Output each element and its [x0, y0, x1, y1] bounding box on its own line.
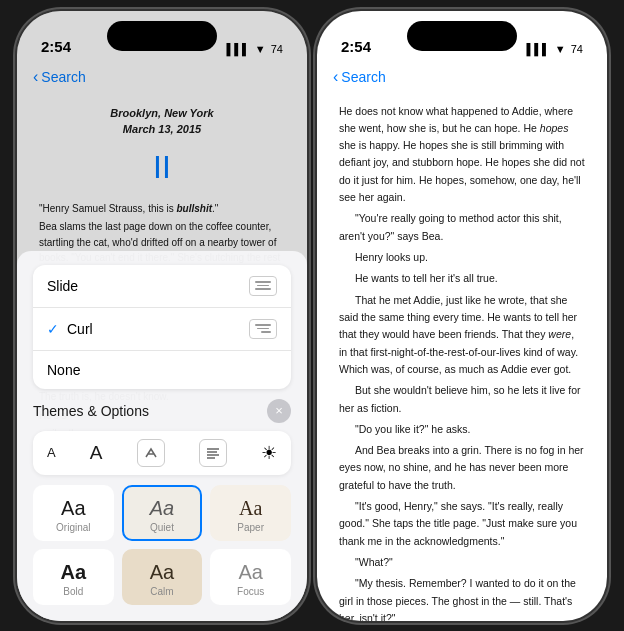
slide-option-none-label: None	[47, 362, 80, 378]
slide-option-slide[interactable]: Slide	[33, 265, 291, 308]
theme-quiet-name: Quiet	[150, 522, 174, 533]
theme-focus-label: Aa	[238, 561, 262, 584]
theme-focus[interactable]: Aa Focus	[210, 549, 291, 605]
status-bar-right: 2:54 ▌▌▌ ▼ 74	[317, 11, 607, 59]
reading-content: He does not know what happened to Addie,…	[317, 95, 607, 621]
text-align-icon[interactable]	[199, 439, 227, 467]
theme-bold-name: Bold	[63, 586, 83, 597]
themes-header: Themes & Options ×	[33, 399, 291, 423]
brightness-icon[interactable]: ☀	[261, 442, 277, 464]
right-phone: 2:54 ▌▌▌ ▼ 74 ‹ Search He does not know …	[317, 11, 607, 621]
nav-bar-right: ‹ Search	[317, 59, 607, 95]
status-time-left: 2:54	[41, 38, 71, 55]
theme-calm-label: Aa	[150, 561, 174, 584]
themes-grid: Aa Original Aa Quiet Aa Paper Aa Bold Aa	[33, 485, 291, 605]
check-icon: ✓	[47, 321, 59, 337]
theme-paper[interactable]: Aa Paper	[210, 485, 291, 541]
wifi-icon: ▼	[255, 43, 266, 55]
slide-option-none[interactable]: None	[33, 351, 291, 389]
left-phone: 2:54 ▌▌▌ ▼ 74 ‹ Search Brooklyn, New Yor…	[17, 11, 307, 621]
status-time-right: 2:54	[341, 38, 371, 55]
theme-paper-name: Paper	[237, 522, 264, 533]
theme-calm[interactable]: Aa Calm	[122, 549, 203, 605]
theme-original-label: Aa	[61, 497, 85, 520]
overlay-panel: Slide ✓ Curl	[17, 251, 307, 621]
slide-option-slide-icon	[249, 276, 277, 296]
signal-icon: ▌▌▌	[226, 43, 249, 55]
back-arrow-icon-right: ‹	[333, 68, 338, 86]
theme-focus-name: Focus	[237, 586, 264, 597]
theme-paper-label: Aa	[239, 497, 262, 520]
themes-title: Themes & Options	[33, 403, 149, 419]
battery-label-right: 74	[571, 43, 583, 55]
font-icon[interactable]	[137, 439, 165, 467]
theme-calm-name: Calm	[150, 586, 173, 597]
wifi-icon-right: ▼	[555, 43, 566, 55]
font-size-increase[interactable]: A	[90, 442, 103, 464]
theme-bold-label: Aa	[61, 561, 87, 584]
font-controls: A A ☀	[33, 431, 291, 475]
theme-quiet[interactable]: Aa Quiet	[122, 485, 203, 541]
slide-option-curl-label: Curl	[67, 321, 93, 337]
slide-option-curl-icon	[249, 319, 277, 339]
status-bar-left: 2:54 ▌▌▌ ▼ 74	[17, 11, 307, 59]
battery-label: 74	[271, 43, 283, 55]
slide-option-curl[interactable]: ✓ Curl	[33, 308, 291, 351]
status-icons-left: ▌▌▌ ▼ 74	[226, 43, 283, 55]
close-button[interactable]: ×	[267, 399, 291, 423]
slide-option-slide-label: Slide	[47, 278, 78, 294]
font-size-decrease[interactable]: A	[47, 445, 56, 460]
theme-original[interactable]: Aa Original	[33, 485, 114, 541]
theme-bold[interactable]: Aa Bold	[33, 549, 114, 605]
back-label-right: Search	[341, 69, 385, 85]
theme-original-name: Original	[56, 522, 90, 533]
theme-quiet-label: Aa	[150, 497, 174, 520]
signal-icon-right: ▌▌▌	[526, 43, 549, 55]
status-icons-right: ▌▌▌ ▼ 74	[526, 43, 583, 55]
slide-options-list: Slide ✓ Curl	[33, 265, 291, 389]
back-button-right[interactable]: ‹ Search	[333, 68, 386, 86]
